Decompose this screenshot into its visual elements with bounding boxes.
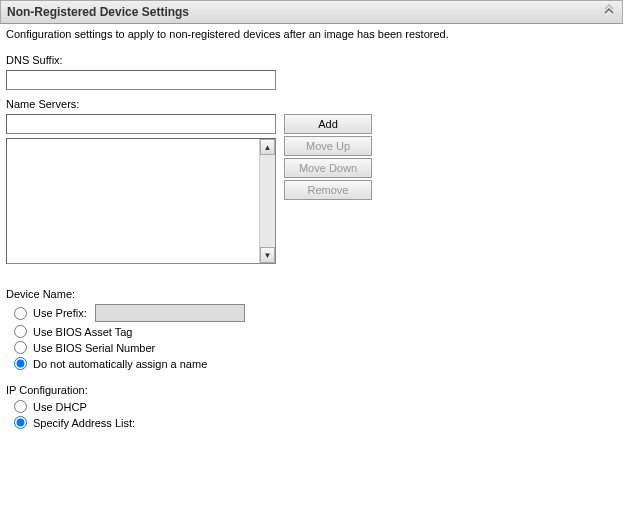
ip-config-section: IP Configuration: Use DHCP Specify Addre… [6, 384, 617, 429]
radio-bios-asset[interactable] [14, 325, 27, 338]
add-button[interactable]: Add [284, 114, 372, 134]
radio-specify-list[interactable] [14, 416, 27, 429]
radio-no-auto-label[interactable]: Do not automatically assign a name [33, 358, 207, 370]
radio-no-auto[interactable] [14, 357, 27, 370]
scroll-up-button[interactable]: ▲ [260, 139, 275, 155]
name-servers-left: ▲ ▼ [6, 114, 276, 264]
radio-use-dhcp-label[interactable]: Use DHCP [33, 401, 87, 413]
collapse-icon[interactable] [602, 4, 616, 20]
name-servers-row: ▲ ▼ Add Move Up Move Down Remove [6, 114, 617, 264]
panel-header: Non-Registered Device Settings [0, 0, 623, 24]
name-servers-listbox[interactable]: ▲ ▼ [6, 138, 276, 264]
radio-use-dhcp[interactable] [14, 400, 27, 413]
radio-specify-list-row: Specify Address List: [14, 416, 617, 429]
scrollbar: ▲ ▼ [259, 139, 275, 263]
move-up-button[interactable]: Move Up [284, 136, 372, 156]
radio-no-auto-row: Do not automatically assign a name [14, 357, 617, 370]
name-servers-label: Name Servers: [6, 98, 617, 110]
radio-use-prefix-label[interactable]: Use Prefix: [33, 307, 87, 319]
dns-suffix-label: DNS Suffix: [6, 54, 617, 66]
description-text: Configuration settings to apply to non-r… [6, 28, 617, 40]
radio-bios-serial-row: Use BIOS Serial Number [14, 341, 617, 354]
radio-use-prefix-row: Use Prefix: [14, 304, 617, 322]
prefix-input [95, 304, 245, 322]
device-name-label: Device Name: [6, 288, 617, 300]
device-name-section: Device Name: Use Prefix: Use BIOS Asset … [6, 288, 617, 370]
radio-bios-asset-row: Use BIOS Asset Tag [14, 325, 617, 338]
scroll-down-button[interactable]: ▼ [260, 247, 275, 263]
ip-config-label: IP Configuration: [6, 384, 617, 396]
remove-button[interactable]: Remove [284, 180, 372, 200]
move-down-button[interactable]: Move Down [284, 158, 372, 178]
name-servers-buttons: Add Move Up Move Down Remove [284, 114, 372, 200]
radio-dhcp-row: Use DHCP [14, 400, 617, 413]
name-server-input[interactable] [6, 114, 276, 134]
radio-bios-serial-label[interactable]: Use BIOS Serial Number [33, 342, 155, 354]
panel-body: Configuration settings to apply to non-r… [0, 24, 623, 442]
radio-bios-asset-label[interactable]: Use BIOS Asset Tag [33, 326, 132, 338]
panel-title: Non-Registered Device Settings [7, 5, 189, 19]
radio-specify-list-label[interactable]: Specify Address List: [33, 417, 135, 429]
radio-use-prefix[interactable] [14, 307, 27, 320]
radio-bios-serial[interactable] [14, 341, 27, 354]
dns-suffix-input[interactable] [6, 70, 276, 90]
listbox-content[interactable] [7, 139, 259, 263]
